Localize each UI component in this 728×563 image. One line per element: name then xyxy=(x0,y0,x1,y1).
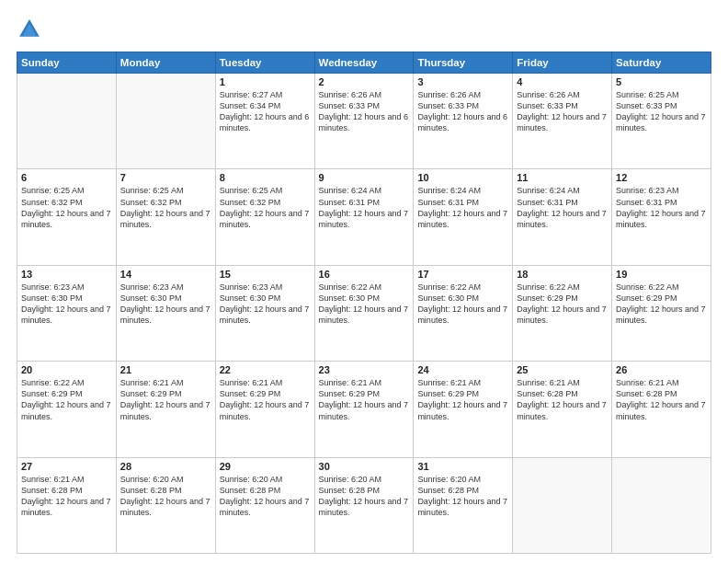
day-number: 20 xyxy=(21,364,112,375)
calendar-empty xyxy=(17,74,117,169)
calendar-day-20: 20Sunrise: 6:22 AM Sunset: 6:29 PM Dayli… xyxy=(17,362,117,457)
calendar-week-row: 27Sunrise: 6:21 AM Sunset: 6:28 PM Dayli… xyxy=(17,457,711,553)
day-info: Sunrise: 6:26 AM Sunset: 6:33 PM Dayligh… xyxy=(417,89,508,134)
day-info: Sunrise: 6:24 AM Sunset: 6:31 PM Dayligh… xyxy=(417,185,508,230)
day-info: Sunrise: 6:21 AM Sunset: 6:28 PM Dayligh… xyxy=(616,377,707,422)
day-info: Sunrise: 6:22 AM Sunset: 6:29 PM Dayligh… xyxy=(517,282,608,327)
calendar-day-13: 13Sunrise: 6:23 AM Sunset: 6:30 PM Dayli… xyxy=(17,265,117,361)
day-number: 21 xyxy=(120,364,211,375)
day-number: 23 xyxy=(319,364,410,375)
logo xyxy=(17,17,46,42)
calendar-day-12: 12Sunrise: 6:23 AM Sunset: 6:31 PM Dayli… xyxy=(612,169,711,265)
day-info: Sunrise: 6:20 AM Sunset: 6:28 PM Dayligh… xyxy=(417,474,508,519)
day-info: Sunrise: 6:22 AM Sunset: 6:29 PM Dayligh… xyxy=(616,282,707,327)
calendar-day-10: 10Sunrise: 6:24 AM Sunset: 6:31 PM Dayli… xyxy=(414,169,513,265)
day-number: 18 xyxy=(517,269,608,280)
day-info: Sunrise: 6:25 AM Sunset: 6:32 PM Dayligh… xyxy=(220,185,311,230)
day-info: Sunrise: 6:23 AM Sunset: 6:30 PM Dayligh… xyxy=(220,282,311,327)
day-info: Sunrise: 6:21 AM Sunset: 6:28 PM Dayligh… xyxy=(517,377,608,422)
day-number: 25 xyxy=(517,364,608,375)
day-info: Sunrise: 6:26 AM Sunset: 6:33 PM Dayligh… xyxy=(319,89,410,134)
day-number: 5 xyxy=(616,76,707,87)
calendar-table: SundayMondayTuesdayWednesdayThursdayFrid… xyxy=(17,52,711,554)
calendar-header-saturday: Saturday xyxy=(612,52,711,74)
calendar-day-11: 11Sunrise: 6:24 AM Sunset: 6:31 PM Dayli… xyxy=(513,169,612,265)
day-number: 8 xyxy=(220,172,311,183)
calendar-day-6: 6Sunrise: 6:25 AM Sunset: 6:32 PM Daylig… xyxy=(17,169,117,265)
calendar-day-31: 31Sunrise: 6:20 AM Sunset: 6:28 PM Dayli… xyxy=(414,457,513,553)
calendar-empty xyxy=(513,457,612,553)
day-number: 19 xyxy=(616,269,707,280)
calendar-day-26: 26Sunrise: 6:21 AM Sunset: 6:28 PM Dayli… xyxy=(612,362,711,457)
calendar-header-sunday: Sunday xyxy=(17,52,117,74)
day-info: Sunrise: 6:23 AM Sunset: 6:31 PM Dayligh… xyxy=(616,185,707,230)
calendar-day-17: 17Sunrise: 6:22 AM Sunset: 6:30 PM Dayli… xyxy=(414,265,513,361)
day-info: Sunrise: 6:24 AM Sunset: 6:31 PM Dayligh… xyxy=(517,185,608,230)
day-info: Sunrise: 6:26 AM Sunset: 6:33 PM Dayligh… xyxy=(517,89,608,134)
day-info: Sunrise: 6:23 AM Sunset: 6:30 PM Dayligh… xyxy=(21,282,112,327)
calendar-day-15: 15Sunrise: 6:23 AM Sunset: 6:30 PM Dayli… xyxy=(215,265,314,361)
day-number: 3 xyxy=(417,76,508,87)
day-number: 13 xyxy=(21,269,112,280)
day-info: Sunrise: 6:22 AM Sunset: 6:30 PM Dayligh… xyxy=(417,282,508,327)
day-number: 12 xyxy=(616,172,707,183)
day-number: 27 xyxy=(21,461,112,472)
calendar-day-9: 9Sunrise: 6:24 AM Sunset: 6:31 PM Daylig… xyxy=(314,169,414,265)
day-number: 29 xyxy=(220,461,311,472)
calendar-empty xyxy=(116,74,215,169)
calendar-week-row: 20Sunrise: 6:22 AM Sunset: 6:29 PM Dayli… xyxy=(17,362,711,457)
day-info: Sunrise: 6:25 AM Sunset: 6:32 PM Dayligh… xyxy=(21,185,112,230)
calendar-day-16: 16Sunrise: 6:22 AM Sunset: 6:30 PM Dayli… xyxy=(314,265,414,361)
day-info: Sunrise: 6:25 AM Sunset: 6:32 PM Dayligh… xyxy=(120,185,211,230)
calendar-day-28: 28Sunrise: 6:20 AM Sunset: 6:28 PM Dayli… xyxy=(116,457,215,553)
day-number: 6 xyxy=(21,172,112,183)
day-info: Sunrise: 6:27 AM Sunset: 6:34 PM Dayligh… xyxy=(220,89,311,134)
day-number: 1 xyxy=(220,76,311,87)
calendar-day-18: 18Sunrise: 6:22 AM Sunset: 6:29 PM Dayli… xyxy=(513,265,612,361)
calendar-day-3: 3Sunrise: 6:26 AM Sunset: 6:33 PM Daylig… xyxy=(414,74,513,169)
day-number: 15 xyxy=(220,269,311,280)
calendar-day-7: 7Sunrise: 6:25 AM Sunset: 6:32 PM Daylig… xyxy=(116,169,215,265)
day-number: 16 xyxy=(319,269,410,280)
calendar-day-4: 4Sunrise: 6:26 AM Sunset: 6:33 PM Daylig… xyxy=(513,74,612,169)
calendar-header-monday: Monday xyxy=(116,52,215,74)
day-info: Sunrise: 6:25 AM Sunset: 6:33 PM Dayligh… xyxy=(616,89,707,134)
calendar-header-row: SundayMondayTuesdayWednesdayThursdayFrid… xyxy=(17,52,711,74)
page: SundayMondayTuesdayWednesdayThursdayFrid… xyxy=(0,0,728,563)
day-number: 28 xyxy=(120,461,211,472)
day-info: Sunrise: 6:21 AM Sunset: 6:29 PM Dayligh… xyxy=(220,377,311,422)
day-info: Sunrise: 6:21 AM Sunset: 6:29 PM Dayligh… xyxy=(120,377,211,422)
calendar-header-friday: Friday xyxy=(513,52,612,74)
calendar-day-1: 1Sunrise: 6:27 AM Sunset: 6:34 PM Daylig… xyxy=(215,74,314,169)
calendar-header-wednesday: Wednesday xyxy=(314,52,414,74)
day-info: Sunrise: 6:21 AM Sunset: 6:28 PM Dayligh… xyxy=(21,474,112,519)
logo-icon xyxy=(17,17,42,42)
calendar-week-row: 6Sunrise: 6:25 AM Sunset: 6:32 PM Daylig… xyxy=(17,169,711,265)
day-info: Sunrise: 6:21 AM Sunset: 6:29 PM Dayligh… xyxy=(319,377,410,422)
calendar-header-tuesday: Tuesday xyxy=(215,52,314,74)
calendar-day-5: 5Sunrise: 6:25 AM Sunset: 6:33 PM Daylig… xyxy=(612,74,711,169)
calendar-day-23: 23Sunrise: 6:21 AM Sunset: 6:29 PM Dayli… xyxy=(314,362,414,457)
day-number: 10 xyxy=(417,172,508,183)
day-info: Sunrise: 6:22 AM Sunset: 6:30 PM Dayligh… xyxy=(319,282,410,327)
day-info: Sunrise: 6:20 AM Sunset: 6:28 PM Dayligh… xyxy=(319,474,410,519)
day-number: 4 xyxy=(517,76,608,87)
calendar-day-14: 14Sunrise: 6:23 AM Sunset: 6:30 PM Dayli… xyxy=(116,265,215,361)
day-number: 22 xyxy=(220,364,311,375)
header xyxy=(17,17,711,42)
day-number: 2 xyxy=(319,76,410,87)
calendar-header-thursday: Thursday xyxy=(414,52,513,74)
calendar-week-row: 1Sunrise: 6:27 AM Sunset: 6:34 PM Daylig… xyxy=(17,74,711,169)
calendar-day-29: 29Sunrise: 6:20 AM Sunset: 6:28 PM Dayli… xyxy=(215,457,314,553)
day-number: 26 xyxy=(616,364,707,375)
day-number: 7 xyxy=(120,172,211,183)
day-info: Sunrise: 6:20 AM Sunset: 6:28 PM Dayligh… xyxy=(120,474,211,519)
calendar-day-22: 22Sunrise: 6:21 AM Sunset: 6:29 PM Dayli… xyxy=(215,362,314,457)
calendar-week-row: 13Sunrise: 6:23 AM Sunset: 6:30 PM Dayli… xyxy=(17,265,711,361)
calendar-day-27: 27Sunrise: 6:21 AM Sunset: 6:28 PM Dayli… xyxy=(17,457,117,553)
day-number: 30 xyxy=(319,461,410,472)
calendar-day-8: 8Sunrise: 6:25 AM Sunset: 6:32 PM Daylig… xyxy=(215,169,314,265)
day-number: 11 xyxy=(517,172,608,183)
day-info: Sunrise: 6:21 AM Sunset: 6:29 PM Dayligh… xyxy=(417,377,508,422)
day-number: 31 xyxy=(417,461,508,472)
